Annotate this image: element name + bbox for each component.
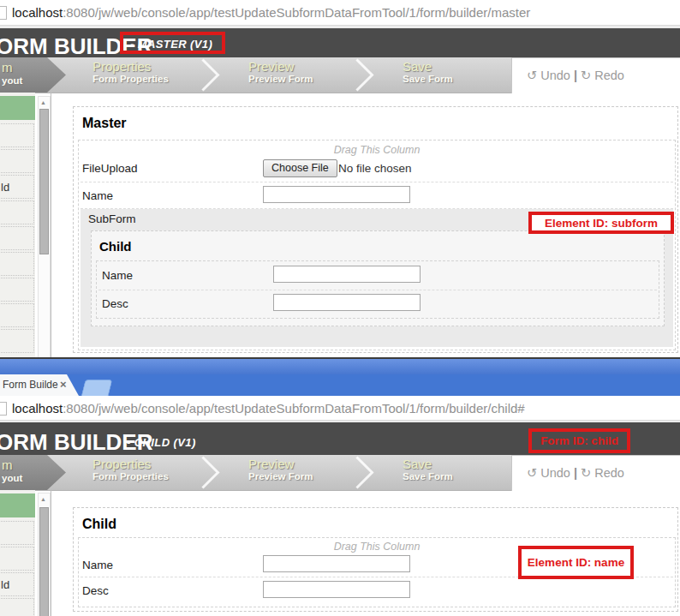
palette-item[interactable]	[0, 149, 34, 173]
tab-save-title: Save	[403, 59, 453, 74]
palette-item-label: ld	[1, 578, 9, 591]
form-title: Child	[82, 517, 116, 532]
form-title: Master	[82, 116, 127, 131]
palette-item[interactable]	[0, 123, 34, 147]
palette-item[interactable]: ld	[0, 175, 34, 199]
chevron-separator-icon	[341, 58, 373, 91]
palette-item[interactable]	[0, 598, 34, 616]
tab-properties-subtitle: Form Properties	[92, 471, 169, 481]
tab-properties-title: Properties	[92, 59, 169, 74]
subform-label: SubForm	[88, 212, 136, 225]
subform-inner-form[interactable]: Child Name Desc	[91, 230, 665, 326]
close-icon[interactable]: ×	[60, 378, 67, 391]
palette-item[interactable]	[0, 200, 34, 224]
field-row-desc[interactable]: Desc	[79, 577, 675, 603]
url-text-master[interactable]: localhost:8080/jw/web/console/app/testUp…	[12, 5, 530, 20]
palette-item-selected[interactable]	[0, 96, 35, 120]
screenshot-root: localhost:8080/jw/web/console/app/testUp…	[0, 0, 680, 616]
redo-icon[interactable]: ↻	[581, 69, 591, 82]
drag-hint: Drag This Column	[79, 144, 675, 156]
divider	[51, 490, 51, 616]
redo-button[interactable]: Redo	[594, 466, 624, 480]
tab-save[interactable]: Save Save Form	[403, 457, 453, 481]
palette-sidebar-master: ld	[0, 93, 35, 357]
field-label: Desc	[102, 297, 128, 310]
palette-sidebar-child: ld	[0, 490, 35, 616]
subform-desc-input[interactable]	[273, 294, 421, 311]
annotation-text: Element ID: name	[522, 549, 630, 576]
redo-button[interactable]: Redo	[594, 69, 624, 82]
undo-button[interactable]: Undo	[540, 466, 570, 480]
palette-item[interactable]	[0, 303, 34, 327]
scrollbar-master[interactable]: ▲	[38, 96, 51, 359]
annotation-box-master-version: - MASTER (V1)	[120, 32, 225, 54]
tab-preview-title: Preview	[248, 59, 313, 74]
field-label: Name	[82, 189, 113, 202]
tab-save-subtitle: Save Form	[403, 471, 453, 481]
undo-redo-panel: ↺ Undo | ↻ Redo	[511, 57, 680, 93]
annotation-box-form-id: Form ID: child	[528, 428, 630, 453]
tab-properties[interactable]: Properties Form Properties	[92, 59, 169, 84]
redo-icon[interactable]: ↻	[581, 466, 591, 480]
annotation-box-name-id: Element ID: name	[518, 546, 634, 579]
scrollbar-child[interactable]: ▲	[38, 493, 51, 616]
form-column[interactable]: Drag This Column FileUpload Choose File …	[78, 140, 676, 350]
tab-properties[interactable]: Properties Form Properties	[92, 457, 169, 481]
url-bar-child[interactable]: localhost:8080/jw/web/console/app/testUp…	[0, 396, 680, 421]
page-icon	[0, 402, 7, 416]
undo-redo-separator: |	[574, 69, 577, 82]
name-input[interactable]	[263, 555, 410, 572]
subform-name-input[interactable]	[273, 266, 421, 283]
tab-form-layout-subtitle: yout	[2, 473, 22, 483]
url-bar-master[interactable]: localhost:8080/jw/web/console/app/testUp…	[0, 0, 680, 25]
palette-item[interactable]: ld	[0, 572, 34, 596]
browser-tab-form-builder[interactable]: Form Builde ×	[0, 374, 79, 396]
palette-item[interactable]	[0, 226, 34, 250]
scrollbar-thumb[interactable]	[39, 507, 49, 616]
chevron-separator-icon	[187, 456, 219, 488]
form-version-label: - CHILD (V1)	[127, 436, 196, 449]
undo-icon[interactable]: ↺	[527, 69, 537, 82]
tab-form-layout[interactable]: m yout	[0, 455, 66, 490]
field-row-fileupload[interactable]: FileUpload Choose File No file chosen	[79, 156, 675, 182]
undo-redo-panel: ↺ Undo | ↻ Redo	[511, 455, 680, 491]
tab-form-layout[interactable]: m yout	[0, 57, 66, 93]
palette-item-label: ld	[1, 181, 9, 194]
subform-column[interactable]: Name Desc	[96, 260, 659, 319]
scrollbar-thumb[interactable]	[39, 109, 49, 254]
url-path: :8080/jw/web/console/app/testUpdateSubfo…	[63, 401, 524, 416]
tab-save[interactable]: Save Save Form	[403, 59, 453, 84]
url-text-child[interactable]: localhost:8080/jw/web/console/app/testUp…	[12, 401, 525, 416]
window-title-bar[interactable]	[0, 357, 680, 376]
tab-form-layout-title: m	[2, 60, 13, 75]
undo-icon[interactable]: ↺	[527, 466, 537, 480]
palette-item[interactable]	[0, 547, 34, 571]
field-label: Name	[82, 559, 113, 571]
tab-form-layout-subtitle: yout	[2, 75, 22, 86]
tab-preview-subtitle: Preview Form	[248, 471, 313, 481]
palette-item[interactable]	[0, 278, 34, 302]
scroll-up-icon[interactable]: ▲	[39, 97, 48, 107]
field-row-name[interactable]: Name	[79, 182, 675, 208]
undo-redo-separator: |	[574, 466, 577, 480]
chevron-separator-icon	[341, 456, 373, 488]
chevron-separator-icon	[187, 58, 219, 91]
palette-item-selected[interactable]	[0, 493, 35, 517]
field-label: Name	[102, 269, 133, 282]
tab-preview[interactable]: Preview Preview Form	[248, 457, 313, 481]
palette-item[interactable]	[0, 252, 34, 276]
choose-file-button[interactable]: Choose File	[263, 159, 337, 177]
builder-toolbar-child: m yout Properties Form Properties Previe…	[0, 455, 680, 491]
tab-preview[interactable]: Preview Preview Form	[248, 59, 313, 84]
name-input[interactable]	[263, 186, 410, 203]
builder-toolbar-master: m yout Properties Form Properties Previe…	[0, 57, 680, 93]
scroll-up-icon[interactable]: ▲	[39, 493, 48, 504]
field-label: Desc	[82, 584, 109, 597]
tab-save-subtitle: Save Form	[403, 74, 453, 84]
annotation-text: Element ID: subform	[532, 215, 671, 231]
desc-input[interactable]	[263, 581, 410, 598]
undo-button[interactable]: Undo	[540, 69, 570, 82]
browser-tab-background[interactable]	[81, 380, 113, 397]
palette-item[interactable]	[0, 329, 34, 353]
palette-item[interactable]	[0, 521, 34, 545]
